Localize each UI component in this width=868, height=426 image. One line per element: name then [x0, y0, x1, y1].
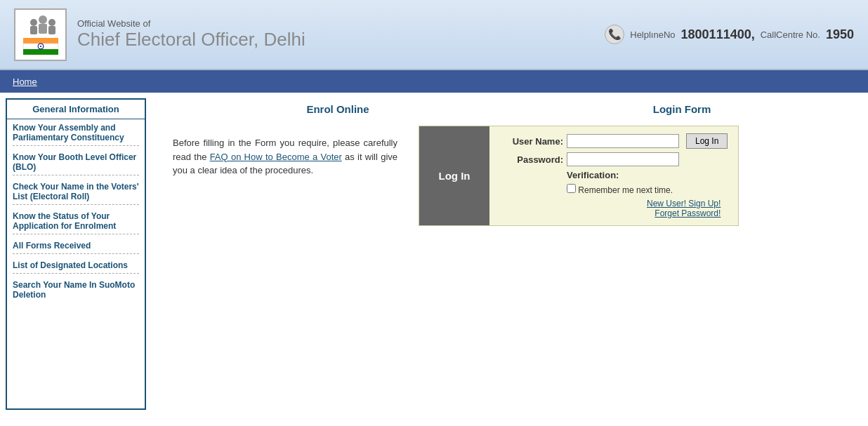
svg-rect-3 — [30, 26, 37, 34]
sidebar-divider-3 — [13, 204, 139, 205]
sidebar-item-status[interactable]: Know the Status of Your Application for … — [7, 208, 145, 231]
header-right: 📞 HelplıneNo 1800111400, CallCentre No. … — [605, 25, 854, 44]
sidebar-link-voters-list[interactable]: Check Your Name in the Voters' List (Ele… — [13, 182, 139, 201]
sidebar-link-status[interactable]: Know the Status of Your Application for … — [13, 211, 139, 231]
faq-link[interactable]: FAQ on How to Become a Voter — [210, 152, 342, 162]
username-label: User Name: — [500, 136, 563, 147]
tab-enrol[interactable]: Enrol Online — [166, 100, 510, 119]
svg-rect-8 — [23, 49, 58, 55]
remember-label: Remember me next time. — [578, 185, 673, 195]
ceo-title: Chief Electoral Officer, Delhi — [77, 29, 305, 51]
sidebar-link-blo[interactable]: Know Your Booth Level Officer (BLO) — [13, 152, 139, 172]
login-form-area: User Name: Log In Password: Verification… — [489, 126, 738, 225]
svg-rect-5 — [48, 26, 55, 34]
svg-point-10 — [40, 46, 41, 47]
callcentre-label: CallCentre No. — [761, 29, 820, 40]
sidebar: General Information Know Your Assembly a… — [6, 98, 146, 410]
helpline-label: HelplıneNo — [630, 29, 675, 40]
nav-bar: Home — [0, 70, 868, 93]
svg-point-1 — [39, 15, 47, 24]
logo-svg — [16, 10, 65, 59]
sidebar-divider-4 — [13, 234, 139, 234]
page-header: Official Website of Chief Electoral Offi… — [0, 0, 868, 70]
enrol-container: Before filling in the Form you require, … — [166, 126, 854, 226]
content-tabs: Enrol Online Login Form — [166, 100, 854, 119]
login-left-box: Log In — [419, 126, 489, 225]
remember-checkbox[interactable] — [567, 184, 576, 193]
sidebar-title: General Information — [7, 100, 145, 119]
header-left: Official Website of Chief Electoral Offi… — [14, 8, 305, 61]
sidebar-item-search-suomoto[interactable]: Search Your Name In SuoMoto Deletion — [7, 277, 145, 300]
login-box-label: Log In — [439, 170, 471, 182]
nav-home[interactable]: Home — [7, 76, 43, 87]
remember-row: Remember me next time. — [500, 184, 728, 195]
login-button[interactable]: Log In — [686, 133, 728, 149]
forget-password-link[interactable]: Forget Password! — [500, 208, 721, 218]
svg-point-2 — [48, 19, 55, 26]
verification-row: Verification: — [500, 170, 728, 180]
sidebar-link-locations[interactable]: List of Designated Locations — [13, 260, 139, 270]
sidebar-link-assembly[interactable]: Know Your Assembly and Parliamentary Con… — [13, 123, 139, 142]
password-input[interactable] — [567, 152, 679, 166]
verification-label: Verification: — [567, 170, 619, 180]
svg-rect-6 — [23, 38, 58, 44]
tab-login[interactable]: Login Form — [510, 100, 854, 119]
logo — [14, 8, 67, 61]
sidebar-item-assembly[interactable]: Know Your Assembly and Parliamentary Con… — [7, 119, 145, 142]
sidebar-item-voters-list[interactable]: Check Your Name in the Voters' List (Ele… — [7, 178, 145, 201]
sidebar-divider-1 — [13, 145, 139, 146]
ceo-title-main: Chief Electoral Officer, — [77, 29, 258, 50]
sidebar-divider-6 — [13, 273, 139, 274]
sidebar-divider-2 — [13, 175, 139, 175]
info-text-area: Before filling in the Form you require, … — [166, 126, 405, 188]
header-title: Official Website of Chief Electoral Offi… — [77, 18, 305, 51]
phone-icon: 📞 — [605, 25, 624, 44]
sidebar-item-forms[interactable]: All Forms Received — [7, 237, 145, 251]
new-user-link[interactable]: New User! Sign Up! — [500, 199, 721, 208]
sidebar-link-search-suomoto[interactable]: Search Your Name In SuoMoto Deletion — [13, 280, 139, 300]
svg-rect-4 — [39, 24, 47, 34]
ceo-title-city: Delhi — [258, 29, 305, 50]
username-input[interactable] — [567, 134, 679, 148]
password-row: Password: — [500, 152, 728, 166]
enrol-section: Log In User Name: Log In Password: — [419, 126, 739, 226]
sidebar-link-forms[interactable]: All Forms Received — [13, 241, 139, 251]
main-layout: General Information Know Your Assembly a… — [0, 93, 868, 415]
links-row: New User! Sign Up! Forget Password! — [500, 199, 728, 218]
sidebar-item-blo[interactable]: Know Your Booth Level Officer (BLO) — [7, 149, 145, 172]
username-row: User Name: Log In — [500, 133, 728, 149]
helpline-number: 1800111400, — [681, 27, 755, 42]
official-text: Official Website of — [77, 18, 305, 29]
password-label: Password: — [500, 154, 563, 165]
content-area: Enrol Online Login Form Before filling i… — [152, 93, 868, 415]
svg-point-0 — [30, 19, 37, 26]
callcentre-number: 1950 — [826, 27, 854, 42]
sidebar-item-locations[interactable]: List of Designated Locations — [7, 257, 145, 270]
sidebar-divider-5 — [13, 253, 139, 254]
